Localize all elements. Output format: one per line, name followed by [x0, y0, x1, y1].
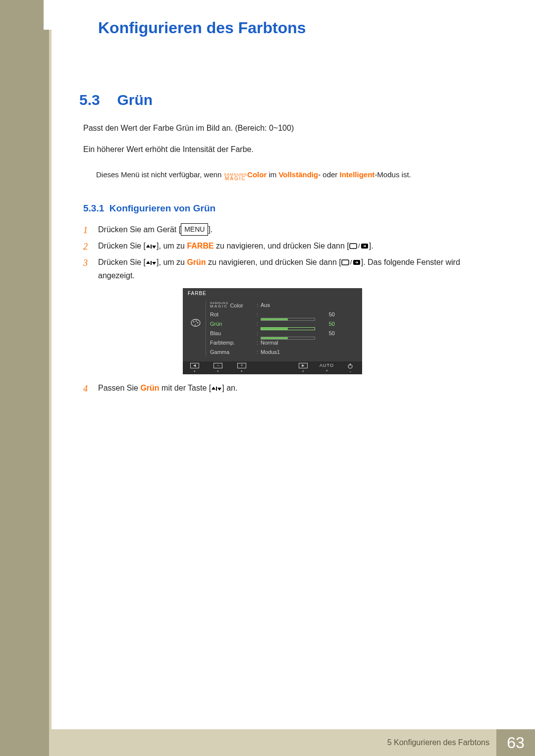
osd-row-number: 50 — [322, 321, 335, 327]
osd-menu: SAMSUNGMAGIC Color:AusRot:50Grün:50Blau:… — [207, 300, 358, 356]
step-3: 3 Drücken Sie [], um zu Grün zu navigier… — [83, 255, 466, 282]
subsection-title: Konfigurieren von Grün — [109, 203, 215, 213]
left-margin-stripe-inner — [49, 0, 52, 756]
subsection-number: 5.3.1 — [83, 203, 104, 213]
svg-text:/: / — [350, 259, 352, 266]
select-enter-icon: / — [349, 243, 369, 250]
palette-icon — [190, 319, 201, 327]
osd-row-label: Rot — [207, 311, 257, 317]
samsung-magic-inline-icon: SAMSUNGMAGIC — [224, 173, 247, 181]
up-down-icon — [146, 244, 157, 250]
note-mode2: Intelligent — [340, 170, 375, 179]
osd-row[interactable]: Farbtemp.:Normal — [207, 338, 358, 347]
note-line: Dieses Menü ist nicht verfügbar, wenn SA… — [96, 169, 466, 181]
note-mode1: Vollständig — [278, 170, 318, 179]
paragraph-2: Ein höherer Wert erhöht die Intensität d… — [83, 144, 466, 156]
note-mid1: im — [267, 170, 278, 179]
osd-left-icon-column — [187, 300, 205, 356]
osd-row-number: 50 — [322, 311, 335, 317]
section-heading: 5.3 Grün — [79, 92, 466, 108]
svg-marker-20 — [217, 388, 221, 391]
svg-marker-18 — [212, 387, 215, 390]
page-number-badge: 63 — [496, 729, 535, 756]
svg-rect-1 — [151, 245, 152, 249]
osd-row-label: Blau — [207, 330, 257, 336]
step4-keyword: Grün — [140, 384, 159, 392]
step-1: 1 Drücken Sie am Gerät [MENU]. — [83, 223, 466, 236]
section-title: Grün — [117, 92, 153, 108]
svg-rect-9 — [342, 260, 349, 265]
osd-screenshot: FARBE SAMSUNGMAGIC Color:AusRot:50Grün:5… — [183, 288, 362, 374]
osd-button-bar: ◄▾ −▾ +▾ ►▾ AUTO▾ • — [183, 361, 362, 374]
paragraph-1: Passt den Wert der Farbe Grün im Bild an… — [83, 122, 466, 135]
left-margin-stripe — [0, 0, 52, 756]
svg-point-13 — [193, 321, 195, 323]
step-4: 4 Passen Sie Grün mit der Taste [] an. — [83, 381, 466, 395]
svg-rect-19 — [216, 387, 217, 391]
osd-btn-auto[interactable]: AUTO▾ — [315, 363, 339, 372]
note-text-before: Dieses Menü ist nicht verfügbar, wenn — [96, 170, 224, 179]
select-enter-icon: / — [341, 259, 361, 266]
osd-row-number: 50 — [322, 330, 335, 336]
content-area: 5.3 Grün Passt den Wert der Farbe Grün i… — [79, 92, 466, 398]
svg-point-14 — [196, 321, 197, 322]
footer-text: 5 Konfigurieren des Farbtons — [387, 729, 489, 756]
chapter-title: Konfigurieren des Farbtons — [98, 19, 306, 37]
osd-btn-plus[interactable]: +▾ — [230, 363, 254, 373]
osd-row[interactable]: Rot:50 — [207, 309, 358, 319]
osd-btn-back[interactable]: ◄▾ — [183, 363, 207, 373]
slider-track[interactable] — [261, 318, 315, 321]
osd-row-label: SAMSUNGMAGIC Color — [207, 302, 257, 308]
svg-rect-3 — [350, 244, 357, 249]
note-sep: - oder — [318, 170, 339, 179]
section-number: 5.3 — [79, 92, 115, 108]
steps-list-continued: 4 Passen Sie Grün mit der Taste [] an. — [83, 381, 466, 395]
svg-rect-7 — [151, 261, 152, 265]
menu-button-label: MENU — [181, 223, 208, 236]
up-down-icon — [211, 386, 222, 392]
svg-marker-2 — [152, 246, 156, 249]
note-color-word: Color — [247, 170, 267, 179]
chapter-tab — [44, 0, 72, 30]
steps-list: 1 Drücken Sie am Gerät [MENU]. 2 Drücken… — [83, 223, 466, 283]
osd-row-value: Normal — [261, 340, 322, 346]
slider-track[interactable] — [261, 327, 315, 330]
svg-marker-6 — [146, 261, 150, 264]
osd-row-label: Grün — [207, 321, 257, 327]
osd-title: FARBE — [183, 288, 362, 298]
osd-row[interactable]: Gamma:Modus1 — [207, 347, 358, 356]
osd-row-value: Aus — [261, 302, 322, 308]
svg-marker-0 — [146, 245, 150, 248]
osd-row[interactable]: SAMSUNGMAGIC Color:Aus — [207, 300, 358, 309]
osd-row-label: Farbtemp. — [207, 340, 257, 346]
subsection-heading: 5.3.1 Konfigurieren von Grün — [83, 203, 466, 214]
up-down-icon — [146, 260, 157, 266]
step2-keyword: FARBE — [187, 242, 214, 250]
osd-btn-power[interactable]: • — [338, 363, 362, 373]
svg-point-12 — [191, 319, 200, 326]
osd-row-value: Modus1 — [261, 349, 322, 355]
step-2: 2 Drücken Sie [], um zu FARBE zu navigie… — [83, 239, 466, 252]
svg-point-15 — [197, 322, 199, 324]
step3-keyword: Grün — [187, 258, 206, 266]
osd-btn-play[interactable]: ►▾ — [291, 363, 315, 373]
osd-row-label: Gamma — [207, 349, 257, 355]
osd-btn-minus[interactable]: −▾ — [207, 363, 230, 373]
svg-marker-8 — [152, 262, 156, 265]
svg-text:/: / — [358, 243, 360, 250]
note-after: -Modus ist. — [374, 170, 411, 179]
